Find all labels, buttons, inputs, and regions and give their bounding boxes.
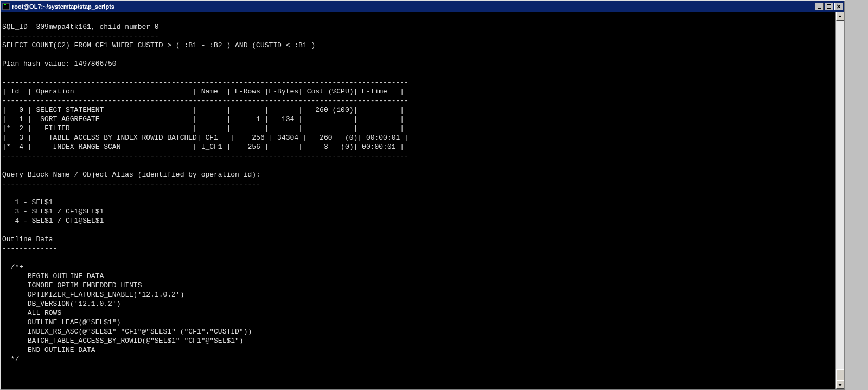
scrollbar-thumb[interactable]	[836, 369, 844, 380]
svg-rect-1	[4, 4, 6, 5]
content-area: SQL_ID 309mwpa4tk161, child number 0 ---…	[1, 12, 844, 389]
minimize-button[interactable]	[815, 3, 824, 10]
scroll-down-button[interactable]	[836, 380, 844, 389]
maximize-button[interactable]	[825, 3, 833, 10]
window-controls	[815, 3, 843, 10]
close-button[interactable]	[834, 3, 843, 10]
svg-rect-2	[818, 8, 821, 9]
svg-marker-8	[839, 384, 842, 386]
scroll-up-button[interactable]	[836, 12, 844, 21]
window-title: root@OL7:~/systemtap/stap_scripts	[12, 3, 815, 10]
vertical-scrollbar[interactable]	[835, 12, 844, 389]
svg-rect-4	[827, 4, 831, 5]
svg-marker-7	[839, 15, 842, 17]
svg-rect-0	[3, 3, 9, 10]
terminal-output[interactable]: SQL_ID 309mwpa4tk161, child number 0 ---…	[1, 12, 835, 389]
app-icon	[2, 3, 10, 10]
scrollbar-track[interactable]	[836, 21, 844, 380]
titlebar: root@OL7:~/systemtap/stap_scripts	[1, 1, 844, 12]
terminal-window: root@OL7:~/systemtap/stap_scripts SQL_ID…	[0, 0, 845, 390]
